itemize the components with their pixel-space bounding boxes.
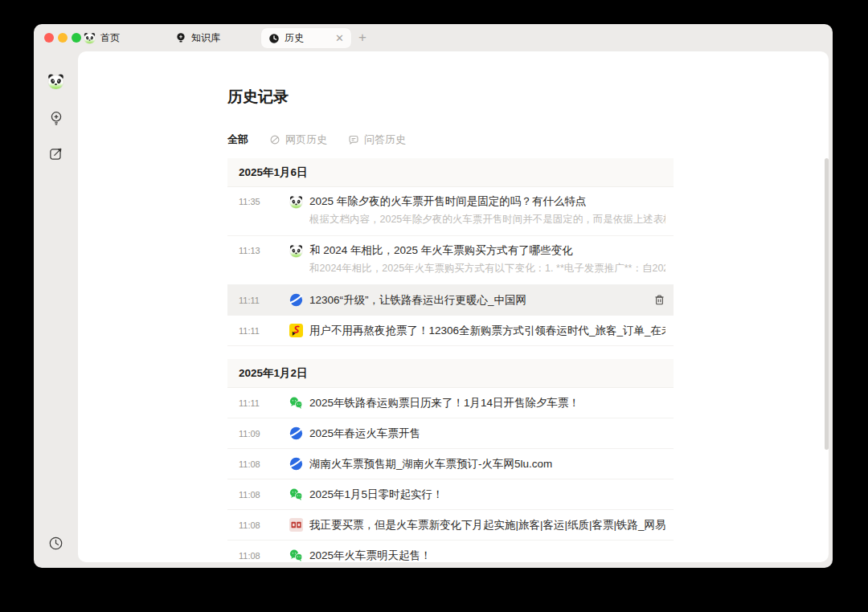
- filter-label: 网页历史: [285, 133, 327, 147]
- sidebar-item-compose[interactable]: [47, 145, 65, 162]
- traffic-lights: [44, 33, 81, 43]
- panda-icon: [289, 195, 303, 209]
- history-item[interactable]: 11:35 2025 年除夕夜的火车票开售时间是固定的吗？有什么特点根据文档内容…: [227, 187, 674, 236]
- close-window-button[interactable]: [44, 33, 54, 43]
- tab-bar: 首页 知识库 历史 ✕ +: [34, 24, 833, 51]
- item-time: 11:11: [239, 324, 277, 338]
- item-title: 2025年铁路春运购票日历来了！1月14日开售除夕车票！: [309, 396, 665, 410]
- filter-tab-all[interactable]: 全部: [227, 133, 248, 147]
- history-item[interactable]: 11:09 2025年春运火车票开售: [227, 418, 674, 449]
- history-filters: 全部 网页历史 问答历史: [227, 133, 406, 147]
- globe-slash-icon: [269, 134, 280, 145]
- item-time: 11:09: [239, 426, 277, 441]
- item-title: 湖南火车票预售期_湖南火车票预订-火车网5lu.com: [309, 457, 665, 471]
- minimize-window-button[interactable]: [58, 33, 68, 43]
- item-title: 2025年1月5日零时起实行！: [309, 488, 665, 502]
- wechat-icon: [289, 549, 303, 562]
- china-net-icon: [289, 293, 303, 307]
- tab-home[interactable]: 首页: [84, 24, 120, 51]
- page-title: 历史记录: [227, 87, 289, 108]
- item-title: 2025年春运火车票开售: [309, 426, 665, 441]
- history-item[interactable]: 11:11 12306“升级”，让铁路春运出行更暖心_中国网: [227, 285, 674, 316]
- history-item[interactable]: 11:08 湖南火车票预售期_湖南火车票预订-火车网5lu.com: [227, 449, 674, 479]
- wechat-icon: [289, 396, 303, 410]
- date-header: 2025年1月6日: [227, 158, 674, 187]
- close-tab-icon[interactable]: ✕: [335, 33, 344, 43]
- china-net-icon: [289, 457, 303, 471]
- panda-icon: [289, 244, 303, 258]
- netease-icon: [289, 518, 303, 532]
- tab-label: 知识库: [191, 31, 220, 45]
- wechat-icon: [289, 488, 303, 501]
- item-title: 2025年火车票明天起售！: [309, 549, 665, 563]
- knowledge-bulb-icon: [175, 32, 186, 43]
- panda-icon: [47, 73, 64, 90]
- item-time: 11:08: [239, 488, 277, 502]
- panda-icon: [84, 32, 96, 44]
- sidebar-item-home[interactable]: [47, 72, 65, 90]
- history-item[interactable]: 11:08 2025年火车票明天起售！: [227, 541, 674, 562]
- filter-tab-qa-history[interactable]: 问答历史: [348, 133, 406, 147]
- history-item[interactable]: 11:11 用户不用再熬夜抢票了！12306全新购票方式引领春运时代_旅客_订单…: [227, 316, 674, 346]
- sohu-icon: [289, 324, 303, 337]
- item-subtitle: 根据文档内容，2025年除夕夜的火车票开售时间并不是固定的，而是依据上述表格中的…: [309, 213, 665, 226]
- item-time: 11:08: [239, 518, 277, 532]
- new-tab-label: +: [358, 30, 366, 46]
- clock-outline-icon: [48, 536, 63, 551]
- sidebar: [34, 51, 78, 568]
- filter-label: 全部: [227, 133, 248, 147]
- history-list: 2025年1月6日11:35 2025 年除夕夜的火车票开售时间是固定的吗？有什…: [227, 158, 674, 562]
- item-title: 12306“升级”，让铁路春运出行更暖心_中国网: [309, 293, 645, 308]
- item-title: 我正要买票，但是火车票新变化下月起实施|旅客|客运|纸质|客票|铁路_网易订阅: [309, 518, 665, 532]
- scrollbar-thumb[interactable]: [825, 158, 829, 450]
- item-title: 用户不用再熬夜抢票了！12306全新购票方式引领春运时代_旅客_订单_在未来: [309, 324, 665, 338]
- compose-icon: [48, 146, 63, 161]
- tab-knowledge[interactable]: 知识库: [175, 24, 220, 51]
- filter-label: 问答历史: [364, 133, 406, 147]
- sidebar-item-knowledge[interactable]: [47, 109, 65, 127]
- clock-icon: [268, 33, 280, 44]
- history-item[interactable]: 11:13 和 2024 年相比，2025 年火车票购买方式有了哪些变化和202…: [227, 236, 674, 285]
- tab-label: 首页: [100, 31, 120, 45]
- item-title: 2025 年除夕夜的火车票开售时间是固定的吗？有什么特点: [309, 194, 665, 209]
- item-title: 和 2024 年相比，2025 年火车票购买方式有了哪些变化: [309, 243, 665, 258]
- china-net-icon: [289, 426, 303, 440]
- zoom-window-button[interactable]: [72, 33, 81, 43]
- history-item[interactable]: 11:08 我正要买票，但是火车票新变化下月起实施|旅客|客运|纸质|客票|铁路…: [227, 510, 674, 541]
- history-item[interactable]: 11:11 2025年铁路春运购票日历来了！1月14日开售除夕车票！: [227, 388, 674, 418]
- chat-bubble-icon: [348, 134, 359, 145]
- delete-item-button[interactable]: [653, 294, 665, 307]
- tab-label: 历史: [285, 31, 304, 45]
- item-time: 11:35: [239, 194, 277, 209]
- new-tab-button[interactable]: +: [358, 24, 366, 51]
- bulb-plus-icon: [48, 110, 64, 126]
- item-time: 11:11: [239, 293, 277, 308]
- sidebar-item-history[interactable]: [47, 534, 65, 552]
- tab-history[interactable]: 历史 ✕: [261, 28, 351, 48]
- date-header: 2025年1月2日: [227, 359, 674, 388]
- section-gap: [227, 346, 674, 359]
- filter-tab-web-history[interactable]: 网页历史: [269, 133, 327, 147]
- item-time: 11:08: [239, 549, 277, 563]
- item-time: 11:11: [239, 396, 277, 410]
- item-subtitle: 和2024年相比，2025年火车票购买方式有以下变化：1. **电子发票推广**…: [309, 262, 665, 275]
- app-window: 首页 知识库 历史 ✕ +: [34, 24, 833, 568]
- history-panel: 历史记录 全部 网页历史 问答历史 2025年1月6日11:35 2025 年除…: [78, 51, 829, 562]
- item-time: 11:08: [239, 457, 277, 471]
- history-item[interactable]: 11:08 2025年1月5日零时起实行！: [227, 479, 674, 510]
- item-time: 11:13: [239, 243, 277, 258]
